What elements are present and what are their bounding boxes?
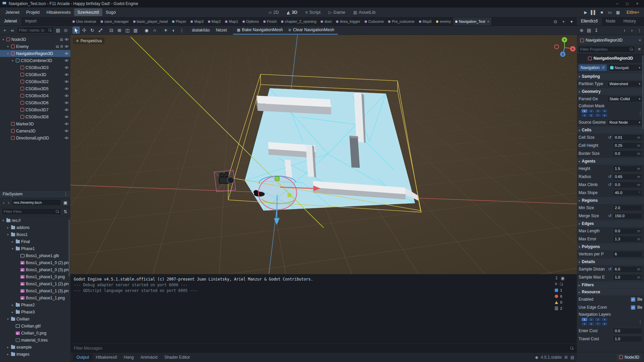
revert-icon[interactable]: ↺ — [608, 174, 611, 179]
save-resource-icon[interactable]: ↧ — [593, 27, 600, 34]
layout-icon[interactable]: ⊞ — [565, 355, 568, 360]
expand-arrow-icon[interactable]: ▸ — [6, 346, 10, 349]
focus-file-icon[interactable]: ▣ — [62, 199, 69, 206]
inspector-row[interactable]: Edges Edges ↺ ▾ Edges ✓ — [577, 220, 644, 227]
file-item[interactable]: ▾ Boss1 — [0, 231, 70, 238]
property-value-field[interactable]: Static Collid ▾ — [607, 96, 642, 102]
close-tab-icon[interactable]: × — [487, 19, 489, 23]
file-item[interactable]: ▾ Phase1 — [0, 245, 70, 252]
revert-icon[interactable]: ↺ — [608, 182, 611, 187]
visibility-toggle-icon[interactable] — [64, 94, 69, 97]
tree-node[interactable]: ▾ Node3D ▤ — [0, 36, 70, 43]
filesystem-header[interactable]: FileSystem ⋮ — [0, 190, 70, 198]
perspective-menu[interactable]: ≡ Perspektíva — [73, 38, 105, 44]
environment-icon[interactable]: ◐ — [170, 26, 177, 34]
mask-cell[interactable]: 5 — [581, 322, 588, 326]
file-item[interactable]: Civilian.gltf — [0, 322, 70, 329]
visibility-toggle-icon[interactable] — [64, 73, 69, 76]
expand-arrow-icon[interactable]: ▾ — [1, 38, 5, 41]
counter[interactable]: 2 — [555, 305, 575, 311]
object-header[interactable]: NavigationRegion3D — [577, 54, 644, 63]
inspector-row[interactable]: Enabled Enabled ↺ Be ▾ Enabled ✓ — [577, 295, 644, 303]
bottom-tab[interactable]: Shader Editor — [161, 354, 193, 361]
mask-cell[interactable]: 2 — [588, 317, 594, 321]
expand-arrow-icon[interactable]: ▾ — [6, 317, 10, 321]
property-value-field[interactable]: 1.5 m ▾ — [613, 166, 642, 172]
scrollbar[interactable] — [642, 55, 644, 129]
expand-arrow-icon[interactable]: ▾ — [6, 233, 10, 236]
file-item[interactable]: ▾ Civilian — [0, 315, 70, 322]
visibility-toggle-icon[interactable] — [64, 87, 69, 90]
axis-orientation-widget[interactable]: Y X Z — [554, 37, 576, 57]
camera-gizmo[interactable] — [214, 170, 235, 192]
workspace-tab[interactable]: ▱ 2D — [265, 9, 282, 16]
file-item[interactable]: ▸ addons — [0, 224, 70, 231]
inspector-row[interactable]: Source Geome Source Geome ↺ Root Node ▾ … — [577, 118, 644, 126]
back-icon[interactable]: ‹ — [2, 200, 6, 205]
tree-node[interactable]: ▾ Enemy ▤ ⊞ — [0, 43, 70, 50]
inspector-row[interactable]: Vertices per P Vertices per P ↺ 6 ▾ Vert… — [577, 250, 644, 258]
counter[interactable]: 6 — [555, 293, 575, 299]
property-value-field[interactable]: 0.0 m ▾ — [613, 182, 642, 188]
inspector-row[interactable]: Sample Max E Sample Max E ↺ 1.0 m ▾ Samp… — [577, 273, 644, 281]
mask-cell[interactable]: 8 — [601, 322, 608, 326]
workspace-tab[interactable]: ▤ AssetLib — [350, 9, 379, 16]
search-log-icon[interactable] — [560, 283, 563, 286]
file-item[interactable]: ▸ Phase2 — [0, 301, 70, 308]
tree-node[interactable]: CSGBox3D3 — [0, 64, 70, 71]
expand-arrow-icon[interactable]: ▸ — [11, 310, 14, 314]
file-item[interactable]: Boss1_phase1_0 (3).png — [0, 266, 70, 273]
inspector-row[interactable]: Details Details ↺ ▾ Details ✓ — [577, 258, 644, 265]
workspace-tab[interactable]: ≡ Script — [302, 9, 324, 16]
lock-icon[interactable]: ⊡ — [108, 26, 115, 34]
expand-arrow-icon[interactable]: ▸ — [11, 303, 14, 307]
property-value-field[interactable]: 0.25 m ▾ — [613, 142, 642, 149]
property-filter[interactable] — [578, 46, 635, 53]
close-button[interactable]: × — [633, 0, 642, 7]
inspector-row[interactable]: Cells Cells ↺ ▾ Cells ✓ — [577, 126, 644, 133]
expand-bottom-icon[interactable]: ▤ — [571, 355, 574, 360]
property-value-field[interactable]: 0.65 m ▾ — [613, 174, 642, 180]
tree-node[interactable]: CSGBox3D7 — [0, 106, 70, 113]
edited-object-selector[interactable]: NavigationRegion3D ▾ — [578, 36, 643, 45]
ungroup-icon[interactable]: ▥ — [132, 26, 139, 34]
mask-cell[interactable]: 1 — [581, 109, 588, 113]
inspector-row[interactable]: Max Length Max Length ↺ 0.0 m ▾ Max Leng… — [577, 227, 644, 235]
mask-cell[interactable]: 3 — [595, 317, 601, 321]
inspector-row[interactable]: Max Climb Max Climb ↺ 0.0 m ▾ Max Climb — [577, 181, 644, 189]
visibility-toggle-icon[interactable] — [64, 38, 69, 41]
mask-cell[interactable]: 7 — [595, 322, 601, 326]
forward-icon[interactable]: › — [7, 200, 11, 205]
visibility-toggle-icon[interactable] — [64, 101, 69, 104]
inspector-row[interactable]: Geometry Geometry ↺ ▾ Geometry ✓ — [577, 88, 644, 95]
scene-tab[interactable]: Player × — [170, 17, 189, 25]
revert-icon[interactable]: ↺ — [608, 267, 611, 272]
menu-item[interactable]: Jelenet — [2, 8, 23, 16]
file-item[interactable]: Boss1_phase1_0 (2).png — [0, 259, 70, 266]
checkbox[interactable]: ✓ — [631, 297, 635, 302]
tab-list-icon[interactable]: ▾ — [568, 18, 575, 25]
mask-cell[interactable]: 3 — [595, 109, 601, 113]
expand-arrow-icon[interactable]: ▾ — [6, 45, 10, 48]
filter-options-icon[interactable]: ≡ — [636, 46, 643, 53]
stop-button[interactable]: ■ — [599, 10, 605, 15]
scene-tab[interactable]: Map3 × — [189, 17, 206, 25]
expand-arrow-icon[interactable]: ▾ — [11, 59, 14, 62]
move-tool-button[interactable] — [80, 26, 88, 34]
parent-node-button[interactable]: Node3D — [616, 354, 642, 361]
file-item[interactable]: ▾ res:// — [0, 217, 70, 224]
history-back-icon[interactable]: ‹ — [621, 27, 628, 34]
mask-cell[interactable]: 6 — [588, 113, 594, 117]
scene-tab[interactable]: save_manager × — [99, 17, 131, 25]
file-item[interactable]: ▸ images — [0, 351, 70, 358]
dock-tab[interactable]: Import — [21, 17, 41, 25]
instantiate-scene-button[interactable]: ∞ — [9, 27, 16, 34]
visibility-toggle-icon[interactable] — [64, 45, 69, 48]
scene-tab[interactable]: Navigation_Test × — [453, 17, 492, 25]
mask-cell[interactable]: 1 — [581, 317, 588, 321]
workspace-tab[interactable]: ▷ Game — [325, 9, 349, 16]
scrollbar[interactable] — [68, 220, 70, 277]
property-value-field[interactable]: 6.0 m ▾ — [613, 266, 642, 273]
navmesh-resource-picker[interactable]: Navigati ▾ — [608, 64, 642, 71]
property-value-field[interactable]: Watershed ▾ — [607, 81, 642, 87]
